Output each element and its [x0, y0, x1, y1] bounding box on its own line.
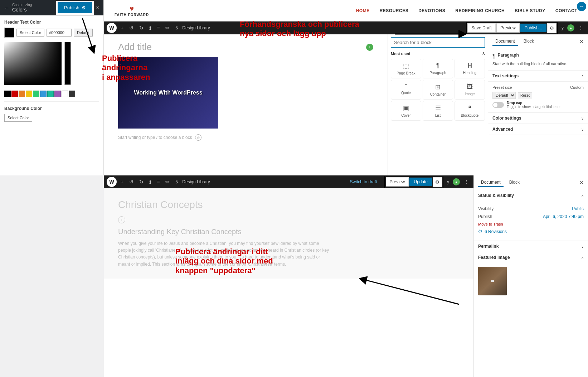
- nav-bar: ♥ FAITH FORWARD Home Resources Devotions…: [104, 0, 588, 21]
- nav-item-contact[interactable]: Contact: [555, 8, 577, 13]
- user-avatar-top: y: [560, 25, 565, 30]
- swatch-dark[interactable]: [69, 91, 75, 97]
- block-container[interactable]: ⊞ Container: [423, 80, 453, 100]
- settings-gear-button[interactable]: ⚙: [547, 23, 557, 33]
- block-blockquote[interactable]: ❝ Blockquote: [455, 101, 485, 121]
- text-settings-row[interactable]: Text settings ∧: [488, 71, 588, 82]
- publish-value[interactable]: April 6, 2020 7:40 pm: [543, 214, 584, 219]
- permalink-label: Permalink: [478, 244, 499, 249]
- featured-image-row-header[interactable]: Featured image ∧: [474, 252, 588, 263]
- customizer-back-button[interactable]: ←: [4, 5, 9, 11]
- advanced-label: Advanced: [492, 127, 513, 132]
- doc-panel-close-top[interactable]: ✕: [579, 39, 584, 44]
- customizer-close-icon[interactable]: ✕: [96, 5, 99, 10]
- edit-button[interactable]: ✏: [164, 24, 171, 32]
- design-library-link[interactable]: Design Library: [182, 25, 210, 30]
- nav-item-bible-study[interactable]: Bible Study: [515, 8, 545, 13]
- edit-button-bottom[interactable]: ✏: [164, 178, 171, 185]
- nav-item-redefining-church[interactable]: Redefining Church: [455, 8, 505, 13]
- nav-item-home[interactable]: Home: [356, 8, 370, 13]
- more-options-bottom[interactable]: ⋮: [462, 178, 471, 185]
- reset-button[interactable]: Reset: [518, 92, 532, 98]
- preview-button-top[interactable]: Preview: [496, 23, 520, 33]
- switch-to-draft-button[interactable]: Switch to draft: [347, 175, 380, 188]
- move-to-trash-link[interactable]: Move to Trash: [478, 222, 584, 226]
- redo-button[interactable]: ↻: [137, 24, 145, 32]
- swatch-purple[interactable]: [54, 91, 61, 97]
- block-cover[interactable]: ▣ Cover: [391, 101, 421, 121]
- nav-item-resources[interactable]: Resources: [380, 8, 409, 13]
- block-list[interactable]: ☰ List: [423, 101, 453, 121]
- document-tab-bottom[interactable]: Document: [478, 178, 504, 187]
- visibility-value[interactable]: Public: [572, 206, 584, 211]
- document-tab-top[interactable]: Document: [492, 37, 518, 46]
- block-heading[interactable]: H Heading: [455, 59, 485, 78]
- s-icon[interactable]: 𝕊: [174, 25, 180, 31]
- design-library-link-bottom[interactable]: Design Library: [182, 179, 210, 184]
- preset-size-section: Preset size Custom Default Reset: [488, 82, 588, 113]
- status-visibility-header[interactable]: Status & visibility ∧: [474, 190, 588, 201]
- customizer-panel: ← Customizing Colors ✕ Header Text Color…: [0, 0, 104, 175]
- doc-panel-close-bottom[interactable]: ✕: [579, 180, 584, 185]
- add-block-button-bottom[interactable]: +: [119, 178, 125, 185]
- color-picker-hue[interactable]: [64, 42, 71, 85]
- block-tab-top[interactable]: Block: [521, 37, 537, 46]
- list-view-button[interactable]: ≡: [155, 24, 161, 32]
- green-status-dot-bottom: ●: [453, 178, 460, 185]
- swatch-blue[interactable]: [40, 91, 47, 97]
- block-tab-bottom[interactable]: Block: [506, 178, 523, 187]
- more-options-top[interactable]: ⋮: [577, 24, 585, 32]
- settings-icon-small: ⊙: [195, 134, 201, 141]
- nav-item-devotions[interactable]: Devotions: [418, 8, 445, 13]
- collapse-icon[interactable]: ∧: [482, 51, 485, 56]
- block-image[interactable]: 🖼 Image: [455, 80, 485, 100]
- block-paragraph[interactable]: ¶ Paragraph: [423, 59, 453, 78]
- add-block-button[interactable]: +: [119, 24, 125, 32]
- info-button[interactable]: ℹ: [147, 24, 153, 32]
- swatch-orange[interactable]: [19, 91, 25, 97]
- wp-logo-bottom[interactable]: W: [107, 177, 117, 187]
- featured-image-thumbnail[interactable]: 📖: [478, 267, 507, 295]
- drop-cap-toggle[interactable]: [492, 102, 504, 108]
- start-writing-placeholder[interactable]: Start writing or type / to choose a bloc…: [118, 135, 192, 140]
- customizer-publish-button[interactable]: Publish ⚙: [58, 2, 92, 13]
- undo-button[interactable]: ↺: [127, 24, 135, 32]
- swatch-green[interactable]: [33, 91, 39, 97]
- swatch-black[interactable]: [4, 91, 11, 97]
- block-quote[interactable]: " Quote: [391, 80, 421, 100]
- wp-logo-top[interactable]: W: [107, 23, 117, 33]
- preset-select[interactable]: Default: [492, 92, 516, 99]
- update-button[interactable]: Update: [409, 178, 432, 186]
- settings-gear-button-bottom[interactable]: ⚙: [433, 177, 442, 187]
- publish-button-top[interactable]: Publish...: [520, 24, 546, 32]
- custom-label: Custom: [570, 85, 584, 90]
- swatch-yellow[interactable]: [26, 91, 32, 97]
- preview-button-bottom[interactable]: Preview: [386, 177, 409, 187]
- block-inserter-panel: Most used ∧ ⬚ Page Break ¶ Paragraph H H…: [388, 34, 488, 175]
- select-color-button[interactable]: Select Color: [16, 29, 44, 37]
- pencil-fab-button[interactable]: ✏: [577, 2, 586, 11]
- add-block-green[interactable]: +: [366, 44, 373, 51]
- block-page-break[interactable]: ⬚ Page Break: [391, 59, 421, 78]
- redo-button-bottom[interactable]: ↻: [137, 178, 145, 185]
- swatch-white[interactable]: [62, 91, 68, 97]
- undo-button-bottom[interactable]: ↺: [127, 178, 135, 185]
- permalink-row[interactable]: Permalink ∨: [474, 241, 588, 252]
- revisions-link[interactable]: ⏱ 6 Revisions: [478, 226, 584, 237]
- drop-cap-desc: Toggle to show a large initial letter.: [507, 105, 562, 109]
- color-hex-input[interactable]: [47, 29, 72, 37]
- bg-select-color-button[interactable]: Select Color: [4, 114, 32, 122]
- swatch-teal[interactable]: [47, 91, 54, 97]
- list-view-button-bottom[interactable]: ≡: [155, 178, 161, 185]
- color-settings-row[interactable]: Color settings ∨: [488, 113, 588, 124]
- blockquote-label: Blockquote: [461, 113, 478, 117]
- color-picker-gradient[interactable]: [4, 42, 62, 85]
- add-block-circle[interactable]: +: [118, 216, 125, 223]
- add-title-area[interactable]: Add title: [118, 42, 363, 53]
- advanced-chevron: ∨: [581, 127, 584, 131]
- info-button-bottom[interactable]: ℹ: [147, 178, 153, 185]
- default-button[interactable]: Default: [74, 29, 93, 37]
- advanced-row[interactable]: Advanced ∨: [488, 124, 588, 135]
- swatch-red[interactable]: [11, 91, 18, 97]
- s-icon-bottom[interactable]: 𝕊: [174, 179, 180, 185]
